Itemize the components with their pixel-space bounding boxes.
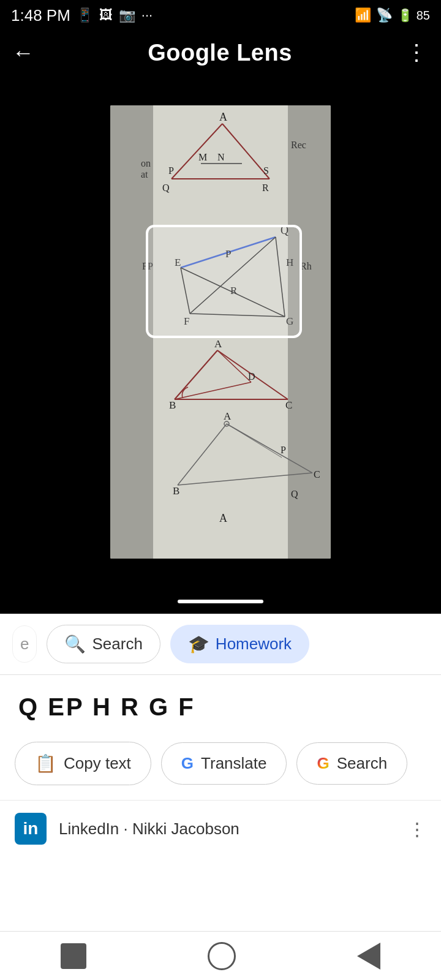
- svg-text:P: P: [281, 445, 286, 455]
- photo-container: A P M N S Q R on at Rec: [110, 105, 331, 559]
- wifi-icon: 📡: [376, 7, 393, 23]
- svg-text:R: R: [262, 183, 269, 193]
- search-tab-icon: 🔍: [64, 634, 86, 654]
- back-button[interactable]: ←: [12, 40, 34, 66]
- dots-icon: ···: [141, 7, 153, 23]
- tab-search-label: Search: [92, 635, 142, 654]
- status-right: 📶 📡 🔋 85: [355, 7, 430, 23]
- diagram-area: A P M N S Q R on at Rec: [110, 105, 331, 559]
- signal-icon: 📶: [355, 7, 371, 23]
- svg-line-31: [175, 350, 217, 399]
- tab-homework-label: Homework: [216, 635, 292, 654]
- result-source: LinkedIn · Nikki Jacobson: [59, 820, 239, 839]
- copy-text-button[interactable]: 📋 Copy text: [15, 742, 151, 785]
- nav-back-button[interactable]: [357, 943, 380, 970]
- nav-recents-button[interactable]: [61, 943, 86, 969]
- tab-search[interactable]: 🔍 Search: [47, 625, 160, 663]
- svg-text:A: A: [219, 512, 227, 524]
- translate-icon: G: [181, 754, 194, 773]
- nav-home-button[interactable]: [208, 942, 236, 970]
- home-indicator: [0, 589, 441, 614]
- action-row: 📋 Copy text G Translate G Search: [0, 727, 441, 800]
- svg-line-40: [178, 424, 227, 485]
- svg-text:A: A: [214, 338, 222, 350]
- search-button[interactable]: G Search: [296, 742, 407, 785]
- status-time: 1:48 PM: [11, 6, 70, 25]
- svg-text:B: B: [169, 399, 176, 411]
- svg-text:A: A: [219, 111, 227, 123]
- battery-icon: 🔋 85: [398, 8, 430, 23]
- svg-text:C: C: [285, 399, 292, 411]
- more-menu-button[interactable]: ⋮: [405, 40, 429, 66]
- nav-bar: [0, 931, 441, 980]
- title-lens: Lens: [236, 40, 292, 66]
- title-google: Google: [148, 40, 236, 66]
- homework-tab-icon: 🎓: [188, 634, 209, 654]
- search-label: Search: [337, 754, 387, 773]
- svg-line-3: [222, 124, 270, 179]
- camera-icon: 📷: [119, 7, 135, 23]
- copy-icon: 📋: [35, 753, 56, 774]
- phone-icon: 📱: [77, 7, 93, 23]
- translate-button[interactable]: G Translate: [161, 742, 287, 785]
- selection-box: [146, 225, 302, 338]
- svg-text:N: N: [217, 152, 225, 162]
- svg-text:on: on: [141, 158, 151, 168]
- svg-text:M: M: [198, 152, 207, 162]
- tab-homework[interactable]: 🎓 Homework: [170, 625, 309, 663]
- gallery-icon: 🖼: [99, 7, 113, 23]
- detected-text-section: Q EP H R G F: [0, 675, 441, 727]
- svg-text:Q: Q: [291, 489, 298, 499]
- search-icon: G: [317, 754, 329, 773]
- svg-text:C: C: [314, 469, 320, 480]
- image-area: A P M N S Q R on at Rec: [0, 75, 441, 589]
- result-item[interactable]: in LinkedIn · Nikki Jacobson ⋮: [0, 800, 441, 857]
- copy-text-label: Copy text: [64, 754, 131, 773]
- status-left: 1:48 PM 📱 🖼 📷 ···: [11, 6, 153, 25]
- svg-text:Rec: Rec: [291, 140, 306, 150]
- linkedin-icon: in: [23, 819, 39, 839]
- svg-text:Q: Q: [162, 183, 170, 193]
- tab-row: e 🔍 Search 🎓 Homework: [0, 614, 441, 675]
- result-left: in LinkedIn · Nikki Jacobson: [15, 813, 239, 845]
- svg-text:S: S: [263, 165, 269, 176]
- result-more-button[interactable]: ⋮: [408, 818, 426, 840]
- svg-text:P: P: [168, 165, 174, 176]
- app-title: Google Lens: [148, 40, 292, 66]
- svg-text:A: A: [224, 410, 232, 422]
- svg-line-43: [227, 424, 282, 458]
- status-bar: 1:48 PM 📱 🖼 📷 ··· 📶 📡 🔋 85: [0, 0, 441, 31]
- svg-line-2: [172, 124, 222, 179]
- svg-text:at: at: [141, 169, 148, 179]
- svg-line-35: [175, 382, 251, 399]
- svg-text:B: B: [173, 485, 179, 497]
- svg-text:D: D: [248, 371, 255, 382]
- linkedin-favicon: in: [15, 813, 47, 845]
- detected-text: Q EP H R G F: [18, 693, 423, 721]
- top-bar: ← Google Lens ⋮: [0, 31, 441, 75]
- translate-label: Translate: [201, 754, 266, 773]
- home-bar: [178, 600, 263, 603]
- tab-partial[interactable]: e: [12, 625, 37, 663]
- bottom-panel: e 🔍 Search 🎓 Homework Q EP H R G F 📋 Cop…: [0, 614, 441, 932]
- partial-tab-label: e: [20, 635, 29, 654]
- svg-line-34: [217, 350, 251, 382]
